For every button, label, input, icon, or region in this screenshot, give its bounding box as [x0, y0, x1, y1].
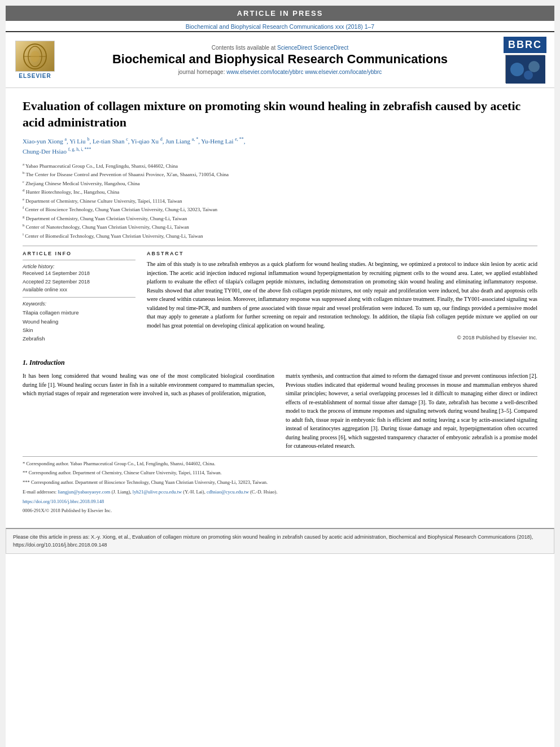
- abstract-text: The aim of this study is to use zebrafis…: [147, 260, 537, 330]
- email4-suffix: (C.-D. Hsiao).: [250, 489, 278, 495]
- affiliation-b: b The Center for Disease Control and Pre…: [23, 170, 537, 179]
- doi-line: https://doi.org/10.1016/j.bbrc.2018.09.1…: [23, 498, 537, 505]
- keyword-1: Tilapia collagen mixture: [23, 308, 135, 317]
- authors-text: Xiao-yun Xiong a, Yi Liu b, Le-tian Shan…: [23, 138, 246, 145]
- article-info-col: ARTICLE INFO Article history: Received 1…: [23, 251, 135, 343]
- keyword-2: Wound healing: [23, 317, 135, 326]
- affiliation-d: d Hunter Biotechnology, Inc., Hangzhou, …: [23, 187, 537, 196]
- info-abstract-cols: ARTICLE INFO Article history: Received 1…: [23, 251, 537, 343]
- copyright-line: © 2018 Published by Elsevier Inc.: [147, 334, 537, 340]
- article-body: Evaluation of collagen mixture on promot…: [6, 88, 554, 522]
- affiliations: a Yabao Pharmaceutical Group Co., Ltd, F…: [23, 161, 537, 241]
- elsevier-logo: ELSEVIER: [12, 41, 58, 79]
- intro-two-col: It has been long considered that wound h…: [23, 372, 537, 451]
- homepage-line: journal homepage: www.elsevier.com/locat…: [63, 69, 497, 75]
- keyword-3: Skin: [23, 326, 135, 334]
- svg-point-3: [30, 51, 40, 62]
- affiliation-g: g Department of Chemistry, Chung Yuan Ch…: [23, 214, 537, 223]
- affiliation-f: f Center of Bioscience Technology, Chung…: [23, 205, 537, 214]
- journal-ref-text: Biochemical and Biophysical Research Com…: [186, 23, 374, 30]
- footnote-emails: E-mail addresses: liangjun@yabaoyaoye.co…: [23, 488, 537, 496]
- authors: Xiao-yun Xiong a, Yi Liu b, Le-tian Shan…: [23, 136, 537, 157]
- footnote-1: * Corresponding author. Yabao Pharmaceut…: [23, 460, 537, 468]
- history-label: Article history:: [23, 264, 135, 269]
- affiliation-c: c Zhejiang Chinese Medical University, H…: [23, 179, 537, 188]
- svg-point-7: [524, 71, 533, 80]
- received-date: Received 14 September 2018: [23, 269, 135, 277]
- footer-citation: Please cite this article in press as: X.…: [6, 528, 554, 554]
- abstract-col: ABSTRACT The aim of this study is to use…: [147, 251, 537, 343]
- issn-text: 0006-291X/© 2018 Published by Elsevier I…: [23, 508, 112, 513]
- keywords-block: Keywords: Tilapia collagen mixture Wound…: [23, 297, 135, 343]
- email-link-3[interactable]: cdhsiao@cycu.edu.tw: [207, 489, 249, 495]
- page: ARTICLE IN PRESS Biochemical and Biophys…: [6, 6, 554, 747]
- email-label: E-mail addresses:: [23, 489, 56, 495]
- footnotes-section: * Corresponding author. Yabao Pharmaceut…: [23, 456, 537, 515]
- footnote-3: *** Corresponding author. Department of …: [23, 479, 537, 486]
- history-block: Article history: Received 14 September 2…: [23, 260, 135, 294]
- homepage-link[interactable]: www.elsevier.com/locate/ybbrc: [226, 69, 303, 75]
- email1-suffix: (J. Liang),: [112, 489, 133, 495]
- bbrc-image: [505, 55, 545, 83]
- divider-1: [23, 246, 537, 246]
- abstract-label: ABSTRACT: [147, 251, 537, 256]
- journal-title: Biochemical and Biophysical Research Com…: [63, 52, 497, 67]
- keywords-label: Keywords:: [23, 301, 135, 307]
- elsevier-logo-container: ELSEVIER: [12, 41, 58, 79]
- journal-center: Contents lists available at ScienceDirec…: [63, 45, 497, 75]
- email3-context: (Y.-H. Lai),: [183, 489, 207, 495]
- affiliation-i: i Center of Biomedical Technology, Chung…: [23, 231, 537, 241]
- affiliation-e: e Department of Chemistry, Chinese Cultu…: [23, 196, 537, 206]
- affiliation-h: h Center of Nanotechnology, Chung Yuan C…: [23, 222, 537, 231]
- authors-text-2: Chung-Der Hsiao f, g, h, i, ***: [23, 148, 91, 155]
- accepted-date: Accepted 22 September 2018: [23, 278, 135, 286]
- doi-link[interactable]: https://doi.org/10.1016/j.bbrc.2018.09.1…: [23, 499, 104, 504]
- available-date: Available online xxx: [23, 286, 135, 294]
- article-title: Evaluation of collagen mixture on promot…: [23, 98, 537, 130]
- introduction-section: 1. Introduction It has been long conside…: [23, 354, 537, 451]
- intro-col-1: It has been long considered that wound h…: [23, 372, 274, 451]
- footer-citation-text: Please cite this article in press as: X.…: [13, 534, 533, 548]
- contents-line: Contents lists available at ScienceDirec…: [63, 45, 497, 51]
- email-link-2[interactable]: lyh21@ulive.pccu.edu.tw: [133, 489, 182, 495]
- keyword-4: Zebrafish: [23, 334, 135, 343]
- svg-point-6: [528, 61, 540, 72]
- elsevier-image: [15, 41, 55, 72]
- footnote-2: ** Corresponding author. Department of C…: [23, 469, 537, 477]
- journal-header: ELSEVIER Contents lists available at Sci…: [6, 31, 554, 88]
- bbrc-logo-container: BBRC: [502, 37, 548, 83]
- bbrc-label: BBRC: [504, 37, 546, 53]
- intro-col-2: matrix synthesis, and contraction that a…: [286, 372, 537, 451]
- article-info-label: ARTICLE INFO: [23, 251, 135, 256]
- journal-ref-line: Biochemical and Biophysical Research Com…: [6, 21, 554, 31]
- introduction-heading: 1. Introduction: [23, 359, 537, 367]
- banner-text: ARTICLE IN PRESS: [237, 9, 323, 18]
- issn-line: 0006-291X/© 2018 Published by Elsevier I…: [23, 507, 537, 514]
- affiliation-a: a Yabao Pharmaceutical Group Co., Ltd, F…: [23, 161, 537, 171]
- sciencedirect-link-text[interactable]: ScienceDirect: [313, 45, 348, 51]
- email-link-1[interactable]: liangjun@yabaoyaoye.com: [58, 489, 110, 495]
- homepage-label: journal homepage:: [178, 69, 225, 75]
- elsevier-label: ELSEVIER: [19, 73, 51, 79]
- intro-col2-text: matrix synthesis, and contraction that a…: [286, 372, 537, 451]
- article-in-press-banner: ARTICLE IN PRESS: [6, 6, 554, 21]
- svg-point-5: [510, 63, 524, 76]
- sciencedirect-link[interactable]: ScienceDirect: [277, 45, 312, 51]
- contents-label: Contents lists available at: [212, 45, 275, 51]
- intro-col1-text: It has been long considered that wound h…: [23, 372, 274, 398]
